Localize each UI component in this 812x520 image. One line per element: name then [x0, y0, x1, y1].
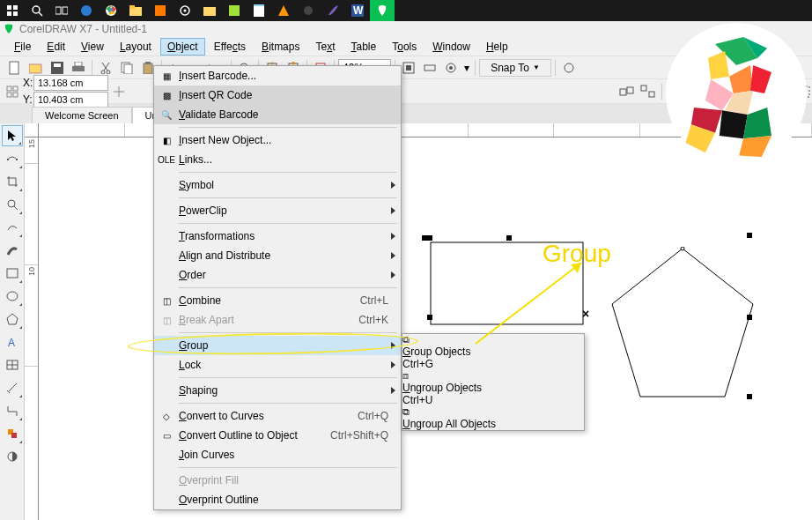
svg-rect-44 — [406, 65, 411, 71]
menu-item-links-[interactable]: OLELinks... — [154, 150, 401, 169]
pentagon-shape[interactable] — [610, 247, 756, 401]
text-tool[interactable]: A — [2, 331, 23, 353]
taskview-icon[interactable] — [49, 0, 74, 21]
settings-icon[interactable] — [173, 0, 197, 21]
menu-item-convert-outline-to-object[interactable]: ▭Convert Outline to ObjectCtrl+Shift+Q — [154, 426, 401, 445]
svg-rect-28 — [72, 66, 85, 71]
menu-bitmaps[interactable]: Bitmaps — [255, 38, 306, 56]
svg-rect-12 — [129, 5, 135, 9]
shape-tool[interactable] — [2, 148, 23, 169]
svg-rect-56 — [649, 92, 654, 97]
menu-item-insert-new-object-[interactable]: ◧Insert New Object... — [154, 130, 401, 150]
menu-layout[interactable]: Layout — [113, 38, 159, 56]
menu-help[interactable]: Help — [479, 38, 515, 56]
edge-icon[interactable] — [74, 0, 99, 21]
app-orange-icon[interactable] — [148, 0, 173, 21]
svg-point-84 — [681, 247, 684, 250]
menu-item-insert-barcode-[interactable]: ▦Insert Barcode... — [154, 66, 401, 85]
show-grid-icon[interactable] — [441, 58, 461, 78]
ungroup-all-icon[interactable] — [639, 82, 658, 101]
toolbox: A — [0, 123, 25, 520]
menu-item-convert-to-curves[interactable]: ◇Convert to CurvesCtrl+Q — [154, 406, 401, 426]
svg-point-68 — [8, 200, 15, 207]
menu-item-transformations[interactable]: Transformations — [154, 227, 401, 246]
new-icon[interactable] — [5, 58, 25, 78]
svg-rect-53 — [620, 89, 626, 95]
dimension-tool[interactable] — [2, 377, 23, 398]
menu-view[interactable]: View — [74, 38, 111, 56]
chrome-icon[interactable] — [99, 0, 123, 21]
menu-item-validate-barcode[interactable]: 🔍Validate Barcode — [154, 105, 401, 124]
menu-item-join-curves[interactable]: Join Curves — [154, 445, 401, 464]
coreldraw-icon[interactable] — [370, 0, 395, 21]
menu-item-lock[interactable]: Lock — [154, 355, 401, 375]
menu-window[interactable]: Window — [425, 38, 477, 56]
tab-welcome[interactable]: Welcome Screen — [32, 107, 132, 123]
menu-file[interactable]: File — [7, 38, 38, 56]
start-icon[interactable] — [0, 0, 25, 21]
interactive-tool[interactable] — [2, 423, 23, 444]
svg-marker-86 — [571, 263, 581, 273]
menu-item-insert-qr-code[interactable]: ▩Insert QR Code — [154, 85, 401, 105]
options-icon[interactable] — [559, 58, 579, 78]
notepad-icon[interactable] — [247, 0, 271, 21]
y-position-input[interactable] — [33, 92, 108, 108]
freehand-tool[interactable] — [2, 217, 23, 238]
menu-item-combine[interactable]: ◫CombineCtrl+L — [154, 291, 401, 310]
ellipse-tool[interactable] — [2, 286, 23, 307]
copy-icon[interactable] — [117, 58, 137, 78]
search-icon[interactable] — [25, 0, 49, 21]
x-label: X: — [23, 77, 32, 89]
menu-tools[interactable]: Tools — [385, 38, 424, 56]
menu-text[interactable]: Text — [308, 38, 342, 56]
rectangle-tool[interactable] — [2, 263, 23, 284]
crop-tool[interactable] — [2, 171, 23, 192]
svg-rect-50 — [13, 86, 18, 91]
svg-rect-3 — [13, 11, 18, 16]
svg-text:A: A — [8, 337, 15, 348]
snap-to-dropdown[interactable]: Snap To▼ — [479, 59, 551, 77]
folder-icon[interactable] — [123, 0, 148, 21]
menu-item-align-and-distribute[interactable]: Align and Distribute — [154, 246, 401, 265]
canvas-area[interactable]: 10 15 15 10 × — [25, 123, 812, 520]
menu-effects[interactable]: Effects — [207, 38, 253, 56]
zoom-tool[interactable] — [2, 194, 23, 215]
explorer-icon[interactable] — [197, 0, 222, 21]
ungroup-icon[interactable] — [617, 82, 637, 101]
svg-rect-54 — [627, 87, 633, 93]
submenu-item-ungroup-all-objects: ⧉Ungroup All Objects — [402, 406, 584, 430]
warning-icon[interactable] — [271, 0, 296, 21]
app-b-icon[interactable] — [222, 0, 247, 21]
polygon-tool[interactable] — [2, 308, 23, 330]
menu-item-overprint-fill: Overprint Fill — [154, 471, 401, 490]
menu-item-break-apart: ◫Break ApartCtrl+K — [154, 310, 401, 330]
svg-point-33 — [107, 71, 110, 74]
menu-edit[interactable]: Edit — [40, 38, 72, 56]
app-dark-icon[interactable] — [296, 0, 321, 21]
menu-item-shaping[interactable]: Shaping — [154, 381, 401, 400]
svg-rect-70 — [7, 269, 18, 278]
fullscreen-icon[interactable] — [399, 58, 418, 78]
svg-rect-67 — [16, 159, 18, 160]
svg-rect-25 — [29, 64, 41, 73]
table-tool[interactable] — [2, 354, 23, 375]
menu-table[interactable]: Table — [344, 38, 384, 56]
show-rulers-icon[interactable] — [420, 58, 439, 78]
menu-object[interactable]: Object — [160, 38, 205, 56]
feather-icon[interactable] — [321, 0, 345, 21]
svg-point-4 — [33, 6, 40, 13]
menu-item-order[interactable]: Order — [154, 265, 401, 285]
word-icon[interactable]: W — [345, 0, 370, 21]
menu-item-symbol[interactable]: Symbol — [154, 175, 401, 195]
menu-item-powerclip[interactable]: PowerClip — [154, 201, 401, 220]
pick-tool[interactable] — [2, 125, 23, 146]
connector-tool[interactable] — [2, 400, 23, 421]
menu-item-overprint-outline[interactable]: Overprint Outline — [154, 490, 401, 509]
svg-point-8 — [81, 5, 92, 16]
window-title: CorelDRAW X7 - Untitled-1 — [19, 23, 147, 35]
svg-rect-37 — [145, 62, 151, 64]
x-position-input[interactable] — [33, 75, 108, 91]
view-dropdown-icon[interactable]: ▾ — [462, 58, 471, 78]
transparency-tool[interactable] — [2, 446, 23, 467]
artistic-media-tool[interactable] — [2, 240, 23, 261]
